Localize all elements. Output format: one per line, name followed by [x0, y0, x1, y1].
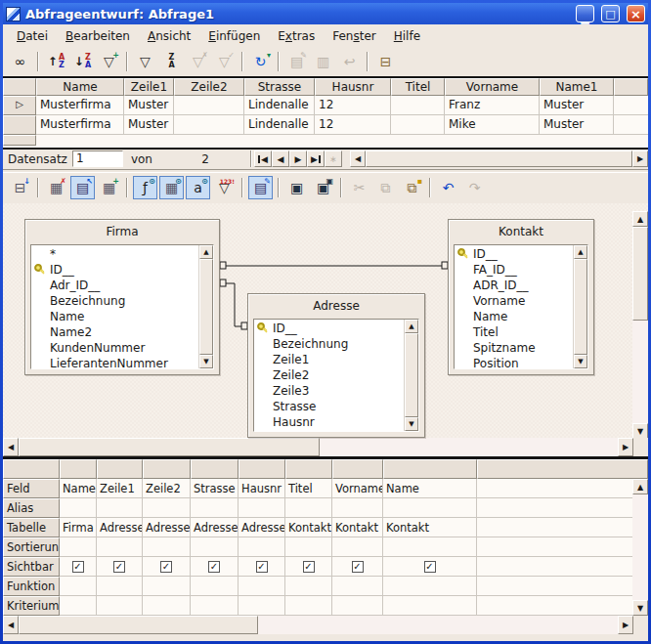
- grid-column-header[interactable]: [60, 459, 97, 479]
- save-as-button[interactable]: ▣▣: [311, 176, 335, 199]
- scrollbar-trough[interactable]: [320, 438, 618, 456]
- design-view-on-off-button[interactable]: ▤↖: [70, 176, 95, 199]
- visible-checkbox[interactable]: ✓: [72, 561, 84, 573]
- grid-cell-sortierung[interactable]: [143, 537, 191, 557]
- grid-row-header-tabelle[interactable]: Tabelle: [3, 518, 60, 537]
- grid-cell-kriterium[interactable]: [383, 596, 477, 616]
- grid-cell-alias[interactable]: [143, 498, 191, 518]
- grid-row-header-feld[interactable]: Feld: [3, 479, 60, 498]
- last-record-button[interactable]: ▶: [307, 150, 325, 167]
- join-line[interactable]: [226, 283, 241, 326]
- alias-button[interactable]: a⊙: [186, 176, 210, 199]
- field-item[interactable]: Zeile1: [254, 352, 404, 367]
- refresh-button[interactable]: ↻▾: [248, 50, 273, 73]
- grid-row-header-funktion[interactable]: Funktion: [3, 577, 60, 596]
- paste-button[interactable]: ⧉▪: [400, 176, 424, 199]
- cut-button[interactable]: ✂: [347, 176, 371, 199]
- field-item[interactable]: Name: [455, 309, 573, 324]
- grid-cell-sichtbar[interactable]: ✓: [60, 557, 97, 577]
- field-item[interactable]: ID__: [31, 262, 198, 278]
- table-cell[interactable]: Lindenalle: [244, 96, 315, 115]
- data-source-as-table-button[interactable]: ⊟: [373, 50, 398, 73]
- grid-cell-feld[interactable]: Titel: [285, 479, 332, 498]
- column-header-hausnr[interactable]: Hausnr: [315, 78, 391, 96]
- grid-cell-alias[interactable]: [383, 498, 477, 518]
- column-header-zeile1[interactable]: Zeile1: [124, 78, 174, 96]
- grid-cell-funktion[interactable]: [332, 577, 383, 596]
- grid-cell-sortierung[interactable]: [285, 537, 332, 557]
- scroll-down-button[interactable]: ▼: [632, 600, 648, 616]
- table-cell[interactable]: 12: [315, 115, 391, 135]
- table-cell[interactable]: [391, 96, 445, 115]
- distinct-values-button[interactable]: ▽123!: [212, 176, 237, 199]
- menu-item-ansicht[interactable]: Ansicht: [139, 26, 199, 46]
- field-item[interactable]: Zeile2: [254, 367, 404, 383]
- grid-cell-feld[interactable]: Zeile2: [143, 479, 191, 498]
- record-number-input[interactable]: 1: [72, 150, 123, 167]
- menu-item-extras[interactable]: Extras: [269, 26, 324, 46]
- grid-cell-tabelle[interactable]: Adresse: [143, 518, 191, 537]
- table-cell[interactable]: Muster: [540, 96, 614, 115]
- scrollbar-trough[interactable]: [632, 494, 648, 600]
- grid-column-header[interactable]: [383, 459, 477, 479]
- sort-dialog-button[interactable]: ZA: [159, 50, 184, 73]
- field-item[interactable]: Vorname: [455, 293, 573, 309]
- scrollbar-thumb[interactable]: [19, 616, 258, 634]
- maximize-button[interactable]: □: [601, 5, 620, 22]
- field-item[interactable]: FA_ID__: [455, 262, 573, 278]
- remove-filter-sort-button[interactable]: ▽✓: [212, 50, 237, 73]
- grid-cell-funktion[interactable]: [383, 577, 477, 596]
- field-item[interactable]: ADR_ID__: [455, 278, 573, 293]
- functions-button[interactable]: ƒ⊙: [133, 176, 157, 199]
- scroll-up-button[interactable]: ▲: [632, 479, 648, 494]
- title-bar[interactable]: Abfrageentwurf: Abfrage1 ▁ □ ×: [3, 3, 648, 24]
- grid-cell-sichtbar[interactable]: ✓: [97, 557, 143, 577]
- grid-cell-funktion[interactable]: [97, 577, 143, 596]
- visible-checkbox[interactable]: ✓: [424, 561, 436, 573]
- column-header-name[interactable]: Name: [36, 78, 124, 96]
- sort-ascending-button[interactable]: ↑AZ: [44, 50, 68, 73]
- visible-checkbox[interactable]: ✓: [208, 561, 220, 573]
- grid-cell-sortierung[interactable]: [239, 537, 285, 557]
- row-marker[interactable]: ▷: [3, 96, 36, 115]
- grid-cell-tabelle[interactable]: Kontakt: [332, 518, 383, 537]
- grid-cell-sichtbar[interactable]: ✓: [191, 557, 239, 577]
- field-item[interactable]: Adr_ID__: [31, 278, 198, 293]
- scroll-left-button[interactable]: ◀: [3, 616, 19, 634]
- visible-checkbox[interactable]: ✓: [352, 561, 364, 573]
- redo-button[interactable]: ↷: [462, 176, 487, 199]
- visible-checkbox[interactable]: ✓: [303, 561, 315, 573]
- grid-cell-sortierung[interactable]: [332, 537, 383, 557]
- scrollbar-thumb[interactable]: [19, 438, 320, 456]
- menu-item-datei[interactable]: Datei: [8, 26, 57, 46]
- edit-data-button[interactable]: ▤✎: [284, 50, 309, 73]
- grid-cell-feld[interactable]: Strasse: [191, 479, 239, 498]
- visible-checkbox[interactable]: ✓: [113, 561, 125, 573]
- save-record-button[interactable]: ▥: [311, 50, 335, 73]
- grid-cell-funktion[interactable]: [191, 577, 239, 596]
- scrollbar-thumb[interactable]: [405, 333, 418, 417]
- grid-cell-sichtbar[interactable]: ✓: [143, 557, 191, 577]
- scroll-down-button[interactable]: ▼: [199, 355, 213, 368]
- grid-cell-kriterium[interactable]: [332, 596, 383, 616]
- grid-cell-kriterium[interactable]: [285, 596, 332, 616]
- apply-filter-button[interactable]: ▽✗: [186, 50, 210, 73]
- grid-cell-kriterium[interactable]: [239, 596, 285, 616]
- copy-button[interactable]: ⧉: [373, 176, 398, 199]
- table-cell[interactable]: Muster: [540, 115, 614, 135]
- grid-column-header[interactable]: [97, 459, 143, 479]
- grid-cell-alias[interactable]: [191, 498, 239, 518]
- field-item[interactable]: *: [31, 246, 198, 262]
- field-item[interactable]: ID__: [455, 246, 573, 262]
- field-item[interactable]: Bezeichnung: [254, 336, 404, 352]
- field-item[interactable]: KundenNummer: [31, 340, 198, 356]
- table-cell[interactable]: Mike: [445, 115, 540, 135]
- field-item[interactable]: ID__: [254, 321, 404, 336]
- undo-data-entry-button[interactable]: ↩: [337, 50, 362, 73]
- grid-cell-kriterium[interactable]: [191, 596, 239, 616]
- scrollbar-thumb[interactable]: [574, 259, 587, 355]
- grid-cell-alias[interactable]: [285, 498, 332, 518]
- design-table-firma[interactable]: Firma*ID__Adr_ID__BezeichnungNameName2Ku…: [24, 219, 220, 375]
- scroll-left-button[interactable]: ◀: [350, 150, 366, 167]
- find-record-button[interactable]: ∞: [8, 50, 32, 73]
